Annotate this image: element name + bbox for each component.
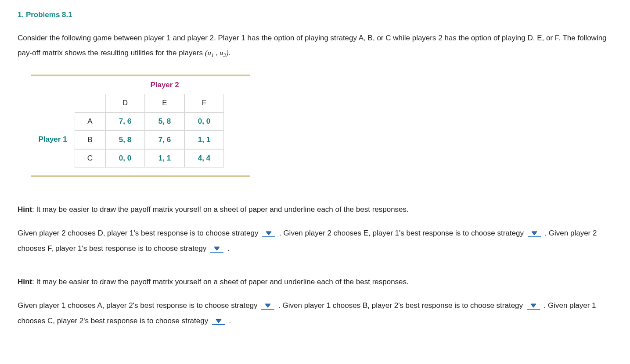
- dropdown-arrow-icon: [214, 246, 220, 251]
- matrix-rule-bottom: [31, 175, 250, 177]
- matrix-spacer: [31, 149, 75, 168]
- dropdown-arrow-icon: [216, 319, 222, 323]
- problem-title: 1. Problems 8.1: [18, 11, 612, 19]
- dropdown-p1-if-f[interactable]: [210, 246, 223, 253]
- question-block-1: Given player 2 chooses D, player 1's bes…: [18, 225, 612, 257]
- matrix-spacer: [31, 94, 75, 112]
- cell-b-e: 7, 6: [145, 131, 184, 149]
- math-u1: u: [207, 49, 211, 57]
- q2-text-1: Given player 1 chooses A, player 2's bes…: [18, 301, 259, 310]
- q1-text-4: .: [227, 244, 230, 253]
- matrix-spacer-below: [31, 168, 250, 175]
- row-head-b: B: [75, 131, 105, 149]
- col-head-e: E: [145, 94, 184, 112]
- hint-2: Hint: It may be easier to draw the payof…: [18, 274, 612, 290]
- cell-a-f: 0, 0: [184, 112, 224, 131]
- q1-text-1: Given player 2 chooses D, player 1's bes…: [18, 229, 260, 237]
- cell-b-d: 5, 8: [105, 131, 145, 149]
- dropdown-p2-if-b[interactable]: [527, 303, 540, 310]
- svg-marker-3: [265, 304, 270, 307]
- q2-text-2: . Given player 1 chooses B, player 2's b…: [278, 301, 525, 310]
- payoff-matrix-container: Player 2 D E F A 7, 6 5, 8 0, 0 Player 1…: [31, 75, 250, 177]
- dropdown-p1-if-d[interactable]: [262, 231, 275, 237]
- cell-c-e: 1, 1: [145, 149, 184, 168]
- svg-marker-5: [216, 319, 221, 323]
- dropdown-p2-if-c[interactable]: [212, 319, 225, 325]
- svg-marker-0: [266, 232, 271, 235]
- matrix-spacer: [75, 94, 105, 112]
- hint-text: : It may be easier to draw the payoff ma…: [32, 278, 409, 286]
- svg-marker-4: [531, 304, 536, 307]
- matrix-spacer: [31, 112, 75, 131]
- hint-label: Hint: [18, 205, 32, 214]
- col-head-d: D: [105, 94, 145, 112]
- math-u2: u: [220, 49, 223, 57]
- payoff-matrix: Player 2 D E F A 7, 6 5, 8 0, 0 Player 1…: [31, 76, 250, 168]
- row-head-c: C: [75, 149, 105, 168]
- dropdown-arrow-icon: [265, 303, 271, 308]
- cell-a-d: 7, 6: [105, 112, 145, 131]
- hint-text: : It may be easier to draw the payoff ma…: [32, 205, 409, 214]
- dropdown-p1-if-e[interactable]: [528, 231, 541, 237]
- problem-intro: Consider the following game between play…: [18, 31, 612, 61]
- intro-text: Consider the following game between play…: [18, 34, 607, 57]
- math-comma: ,: [214, 49, 220, 57]
- cell-c-f: 4, 4: [184, 149, 224, 168]
- svg-marker-1: [532, 232, 537, 235]
- matrix-spacer: [75, 76, 105, 94]
- math-paren-close: ).: [226, 49, 230, 57]
- cell-b-f: 1, 1: [184, 131, 224, 149]
- problem-page: 1. Problems 8.1 Consider the following g…: [0, 0, 630, 354]
- player2-label: Player 2: [105, 76, 224, 94]
- dropdown-arrow-icon: [266, 231, 272, 236]
- q1-text-2: . Given player 2 chooses E, player 1's b…: [279, 229, 526, 237]
- q2-text-4: .: [229, 317, 231, 325]
- player1-label: Player 1: [31, 131, 75, 149]
- cell-a-e: 5, 8: [145, 112, 184, 131]
- hint-1: Hint: It may be easier to draw the payof…: [18, 202, 612, 218]
- cell-c-d: 0, 0: [105, 149, 145, 168]
- hint-label: Hint: [18, 278, 32, 286]
- matrix-spacer: [31, 76, 75, 94]
- svg-marker-2: [214, 247, 220, 250]
- dropdown-p2-if-a[interactable]: [261, 303, 274, 310]
- dropdown-arrow-icon: [530, 303, 536, 308]
- row-head-a: A: [75, 112, 105, 131]
- dropdown-arrow-icon: [531, 231, 537, 236]
- question-block-2: Given player 1 chooses A, player 2's bes…: [18, 298, 612, 329]
- col-head-f: F: [184, 94, 224, 112]
